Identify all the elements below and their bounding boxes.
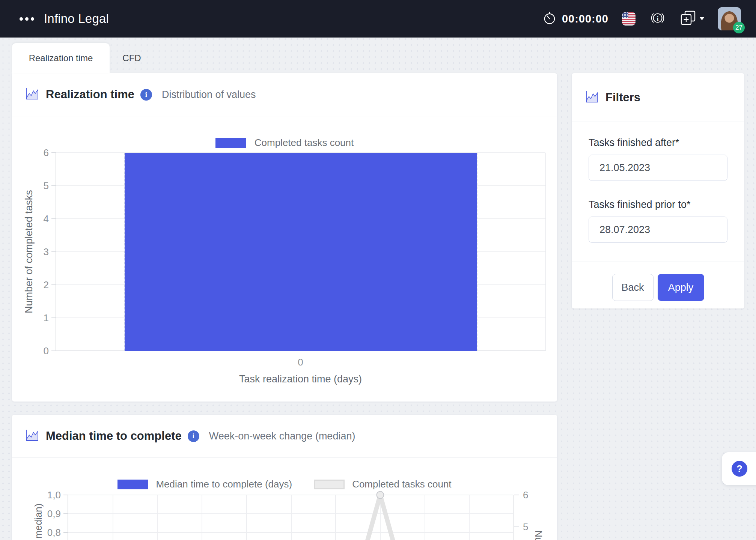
card-header: Filters (572, 73, 744, 122)
stopwatch-icon (542, 11, 557, 27)
new-window-icon (680, 10, 696, 27)
y-tick-mark (51, 218, 56, 219)
left-tick-label: 0,9 (41, 508, 61, 520)
right-axis-title: Number of completed tasks (533, 530, 544, 540)
us-flag-icon[interactable] (622, 12, 636, 26)
field-label-finished-after: Tasks finished after* (589, 137, 727, 149)
help-button[interactable]: ? (722, 452, 756, 485)
y-tick-mark (51, 284, 56, 285)
line-peak-marker (376, 492, 384, 499)
chart-legend: Completed tasks count (12, 137, 557, 149)
plot-right-border (545, 153, 546, 351)
y-tick-mark (514, 495, 519, 495)
median-time-card: Median time to complete i Week-on-week c… (12, 415, 557, 540)
card-header: Realization time i Distribution of value… (12, 73, 557, 116)
legend-label: Median time to complete (days) (156, 478, 292, 490)
y-tick-mark (63, 532, 68, 533)
area-chart-icon (584, 90, 599, 105)
card-title: Realization time (46, 88, 134, 101)
y-tick-mark (51, 317, 56, 318)
header-actions: 00:00:00 i (542, 7, 741, 30)
y-tick-mark (51, 350, 56, 351)
menu-icon[interactable] (20, 17, 34, 21)
date-input-finished-prior[interactable] (589, 217, 727, 243)
chevron-down-icon (700, 17, 704, 20)
new-window-button[interactable] (680, 10, 704, 27)
apply-button[interactable]: Apply (658, 274, 704, 301)
right-tick-label: 5 (523, 521, 528, 533)
area-chart-icon (25, 87, 39, 102)
card-title: Median time to complete (46, 429, 182, 443)
chart-legend: Median time to complete (days) Completed… (12, 478, 557, 490)
completed-tasks-line (68, 495, 514, 540)
question-mark-icon: ? (732, 461, 747, 477)
info-icon[interactable]: i (188, 430, 199, 442)
legend-item[interactable]: Completed tasks count (314, 478, 451, 490)
notification-badge: 27 (733, 22, 745, 33)
legend-item[interactable]: Completed tasks count (215, 137, 354, 149)
card-subtitle: Distribution of values (162, 89, 256, 101)
card-title: Filters (605, 91, 640, 104)
area-chart-icon (25, 428, 39, 444)
tab-bar: Realization time CFD (12, 43, 154, 73)
y-axis-title: Number of completed tasks (23, 153, 35, 351)
filters-body: Tasks finished after* Tasks finished pri… (572, 122, 744, 261)
y-tick-mark (51, 152, 56, 153)
y-tick-mark (51, 185, 56, 186)
realization-time-card: Realization time i Distribution of value… (12, 73, 557, 402)
y-tick-mark (514, 526, 519, 527)
y-tick-mark (63, 495, 68, 495)
completed-tasks-bar (125, 153, 477, 351)
legend-item[interactable]: Median time to complete (days) (117, 478, 292, 490)
card-subtitle: Week-on-week change (median) (209, 430, 355, 442)
svg-text:i: i (657, 15, 659, 22)
legend-label: Completed tasks count (255, 137, 354, 149)
field-label-finished-prior: Tasks finished prior to* (589, 199, 727, 211)
x-axis-title: Task realization time (days) (56, 373, 545, 385)
back-button[interactable]: Back (612, 274, 654, 301)
legend-swatch (117, 480, 148, 489)
left-tick-label: 1,0 (41, 489, 61, 501)
tab-cfd[interactable]: CFD (110, 43, 154, 73)
filters-card: Filters Tasks finished after* Tasks fini… (572, 73, 744, 308)
filters-footer: Back Apply (572, 262, 744, 301)
legend-swatch (314, 480, 345, 489)
legend-swatch (215, 138, 246, 148)
timer[interactable]: 00:00:00 (542, 11, 608, 27)
legend-label: Completed tasks count (352, 478, 451, 490)
date-input-finished-after[interactable] (589, 155, 727, 181)
tab-realization-time[interactable]: Realization time (12, 43, 110, 73)
y-tick-mark (51, 251, 56, 252)
avatar[interactable]: 27 (718, 7, 741, 30)
card-header: Median time to complete i Week-on-week c… (12, 415, 557, 458)
timer-value: 00:00:00 (562, 13, 608, 25)
y-tick-mark (63, 513, 68, 514)
info-icon[interactable]: i (140, 89, 152, 101)
x-tick-label: 0 (56, 356, 545, 368)
app-title: Infino Legal (44, 12, 109, 26)
right-tick-label: 6 (523, 489, 528, 501)
bar-chart-plot: 6543210 (56, 153, 545, 351)
about-info-icon[interactable]: i (649, 9, 666, 28)
line-chart-plot: s, median) Number of completed tasks 1,0… (68, 495, 513, 540)
app-header: Infino Legal 00:00:00 i (0, 0, 756, 38)
left-tick-label: 0,8 (41, 527, 61, 538)
